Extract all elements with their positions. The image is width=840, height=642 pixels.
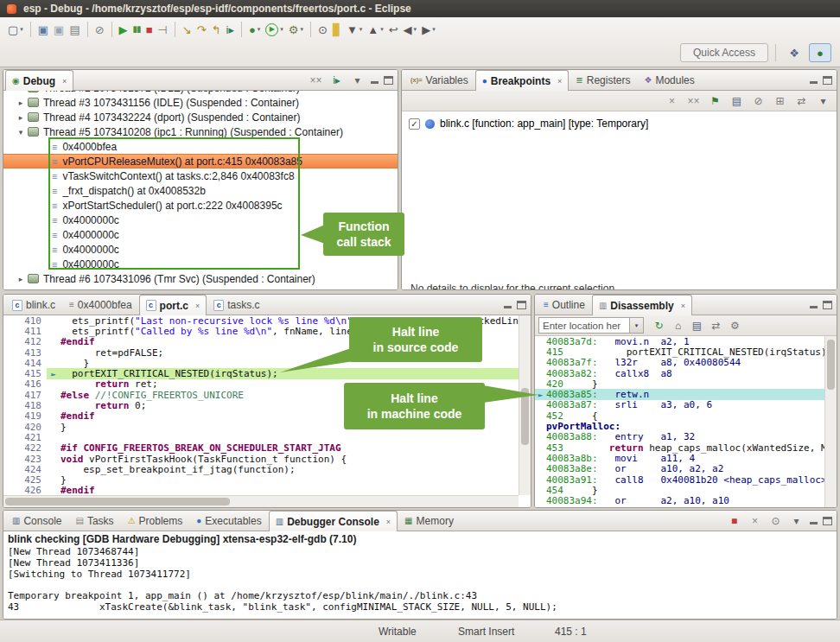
tree-collapsed-arrow-icon[interactable]: ▸ <box>16 99 26 107</box>
suspend-button[interactable]: ▮▮ <box>130 19 143 40</box>
scrollbar-thumb[interactable] <box>827 340 835 390</box>
go-to-file-button[interactable]: ▤ <box>729 92 745 109</box>
sync-active-context-button[interactable]: ⇄ <box>708 317 724 334</box>
code-line[interactable]: 412#endif <box>3 337 519 347</box>
minimize-icon[interactable] <box>809 301 818 309</box>
titlebar[interactable]: esp - Debug - /home/krzysztof/esp/esp-id… <box>0 0 840 17</box>
view-menu-button[interactable]: ▾ <box>349 72 366 88</box>
external-tools-dropdown-icon[interactable]: ▾ <box>301 26 304 33</box>
terminate-button[interactable]: ■ <box>143 19 156 40</box>
debug-stack-frame-row[interactable]: ≡vPortCPUReleaseMutex() at port.c:415 0x… <box>3 154 398 168</box>
code-line[interactable]: 417#else //!CONFIG_FREERTOS_UNICORE <box>3 390 519 400</box>
step-return-button[interactable]: ↰ <box>209 19 224 40</box>
location-combo[interactable]: Enter location her ▾ <box>538 317 644 334</box>
disasm-tab-outline[interactable]: ≡Outline <box>537 295 592 315</box>
view-menu-button[interactable]: ▾ <box>815 92 831 109</box>
show-breakpoints-supported-button[interactable]: ⚑ <box>707 92 723 109</box>
code-line[interactable]: 426#endif <box>3 486 519 495</box>
scrollbar-thumb[interactable] <box>521 388 529 445</box>
right-tab-registers[interactable]: ≣Registers <box>569 70 637 90</box>
previous-annotation-button[interactable]: ▲▾ <box>365 19 385 40</box>
quick-access-button[interactable]: Quick Access <box>680 43 768 62</box>
disassembly-line[interactable]: 40083a87: srli a3, a0, 6 <box>535 400 824 410</box>
code-line[interactable]: 411 ets_printf("Called by %s line %d\n",… <box>3 326 519 336</box>
disassembly-line[interactable]: 40083a88: entry a1, 32 <box>535 432 824 442</box>
disassembly-line[interactable]: 420 } <box>535 378 824 389</box>
refresh-view-button[interactable]: ↻ <box>651 317 667 334</box>
resume-button[interactable]: ▶ <box>117 19 130 40</box>
close-icon[interactable]: × <box>681 302 685 310</box>
editor-tab-blink-c[interactable]: cblink.c <box>5 295 62 315</box>
remove-launch-button[interactable]: × <box>747 512 763 529</box>
step-over-button[interactable]: ↷ <box>194 19 209 40</box>
breakpoints-list[interactable]: ✓ blink.c [function: app_main] [type: Te… <box>402 111 837 289</box>
disassembly-line[interactable]: 40083a7d: movi.n a2, 1 <box>535 336 824 346</box>
right-tab-variables[interactable]: (x)=Variables <box>404 70 475 90</box>
right-tab-breakpoints[interactable]: ●Breakpoints× <box>475 70 570 91</box>
console-tab-memory[interactable]: ▦Memory <box>398 511 461 531</box>
run-button[interactable]: ▶▾ <box>263 19 286 40</box>
close-icon[interactable]: × <box>195 302 200 310</box>
forward-dropdown-icon[interactable]: ▾ <box>432 26 436 33</box>
code-line[interactable]: 424 esp_set_breakpoint_if_jtag(function)… <box>3 464 519 474</box>
external-tools-button[interactable]: ⚙▾ <box>286 19 306 40</box>
console-output[interactable]: blink checking [GDB Hardware Debugging] … <box>3 531 837 619</box>
code-line[interactable]: 418 return 0; <box>3 400 519 410</box>
debug-thread-row[interactable]: ▸Thread #6 1073431096 (Tmr Svc) (Suspend… <box>3 271 398 286</box>
tree-collapsed-arrow-icon[interactable]: ▸ <box>16 113 26 122</box>
debug-stack-frame-row[interactable]: ≡xPortStartScheduler() at port.c:222 0x4… <box>3 198 398 213</box>
debug-stack-frame-row[interactable]: ≡0x4000000c <box>3 242 398 257</box>
editor-tab-port-c[interactable]: cport.c× <box>139 295 207 315</box>
console-tab-problems[interactable]: ⚠Problems <box>121 511 190 531</box>
remove-all-breakpoints-button[interactable]: ×× <box>685 92 702 109</box>
disconnect-button[interactable]: ⊣ <box>155 19 169 40</box>
skip-all-breakpoints-button[interactable]: ⊘ <box>92 19 107 40</box>
save-button[interactable]: ▣ <box>35 19 51 40</box>
forward-button[interactable]: ▶▾ <box>419 19 438 40</box>
new-wizard-dropdown-icon[interactable]: ▾ <box>20 26 23 33</box>
save-all-button[interactable]: ▣ <box>51 19 67 40</box>
debug-thread-row[interactable]: ▸Thread #4 1073432224 (dport) (Suspended… <box>3 110 398 124</box>
minimize-icon[interactable] <box>809 517 818 525</box>
maximize-icon[interactable] <box>823 517 832 525</box>
editor-tab-tasks-c[interactable]: ctasks.c <box>207 295 266 315</box>
disassembly-line[interactable]: 40083a91: call8 0x40081b20 <heap_caps_ma… <box>535 474 824 485</box>
code-line[interactable]: 415► portEXIT_CRITICAL_NESTED(irqStatus)… <box>3 368 519 378</box>
right-tab-modules[interactable]: ❖Modules <box>637 70 701 90</box>
code-line[interactable]: 422#if CONFIG_FREERTOS_BREAK_ON_SCHEDULE… <box>3 443 519 454</box>
close-icon[interactable]: × <box>557 77 562 86</box>
maximize-icon[interactable] <box>823 76 832 85</box>
debug-stack-frame-row[interactable]: ≡_frxt_dispatch() at 0x4008532b <box>3 183 398 198</box>
remove-all-terminated-button[interactable]: ×× <box>308 72 324 88</box>
disassembly-line[interactable]: 40083a94: or a2, a10, a10 <box>535 495 824 505</box>
chevron-down-icon[interactable]: ▾ <box>629 318 643 333</box>
tree-collapsed-arrow-icon[interactable]: ▸ <box>16 91 26 92</box>
step-into-button[interactable]: ↘ <box>180 19 194 40</box>
search-button[interactable]: ⊙ <box>315 19 330 40</box>
last-edit-location-button[interactable]: ↩ <box>386 19 401 40</box>
next-annotation-dropdown-icon[interactable]: ▾ <box>360 26 363 33</box>
new-wizard-button[interactable]: ▢▾ <box>5 19 26 40</box>
disassembly-line[interactable]: 40083a82: callx8 a8 <box>535 368 824 378</box>
editor-tab-0x4000bfea[interactable]: ≡0x4000bfea <box>62 295 139 315</box>
terminate-console-button[interactable]: ■ <box>726 512 742 529</box>
breakpoint-item[interactable]: ✓ blink.c [function: app_main] [type: Te… <box>409 118 837 130</box>
debug-thread-row[interactable]: ▸Thread #3 1073431156 (IDLE) (Suspended … <box>3 95 398 110</box>
disassembly-line[interactable]: ►40083a85: retw.n <box>535 389 824 399</box>
code-line[interactable]: 414 } <box>3 358 519 368</box>
skip-all-breakpoints-button[interactable]: ⊘ <box>750 92 767 109</box>
view-settings-button[interactable]: ⚙ <box>727 317 743 334</box>
minimize-icon[interactable] <box>370 76 379 85</box>
debug-tab-debug[interactable]: ◉Debug× <box>5 70 73 91</box>
debug-stack-frame-row[interactable]: ≡0x4000000c <box>3 227 398 242</box>
display-selected-console-button[interactable]: ▾ <box>788 512 805 529</box>
console-tab-debugger-console[interactable]: ▥Debugger Console× <box>269 511 398 531</box>
minimize-icon[interactable] <box>503 301 512 309</box>
code-line[interactable]: 416 return ret; <box>3 379 519 390</box>
tree-expanded-arrow-icon[interactable]: ▾ <box>16 128 26 137</box>
back-dropdown-icon[interactable]: ▾ <box>414 26 417 33</box>
expand-all-button[interactable]: ⊞ <box>772 92 788 109</box>
debug-perspective-icon[interactable]: ● <box>809 43 831 62</box>
code-line[interactable]: 420} <box>3 422 519 432</box>
disassembly-line[interactable]: 452 { <box>535 410 824 421</box>
